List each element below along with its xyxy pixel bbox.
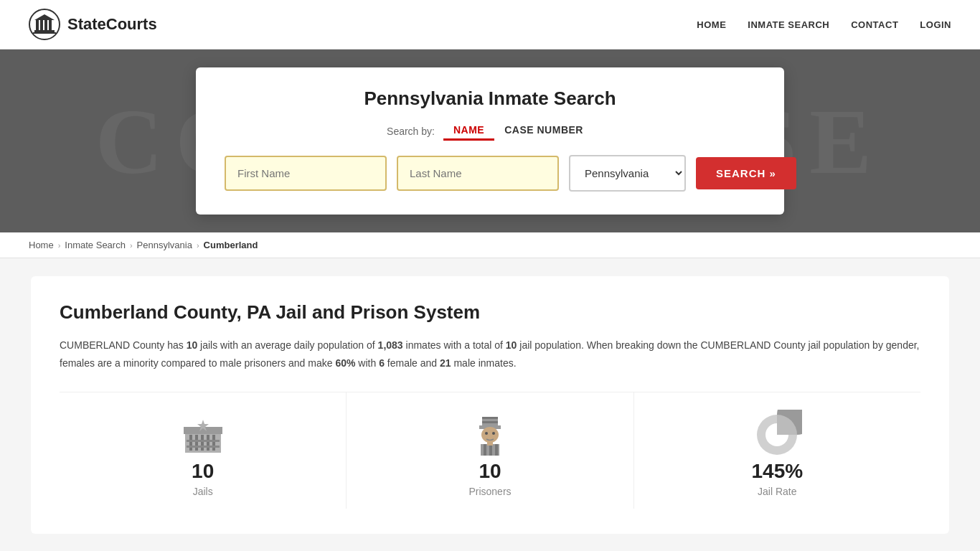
breadcrumb: Home › Inmate Search › Pennsylvania › Cu… xyxy=(0,232,980,258)
nav-home[interactable]: HOME xyxy=(697,19,726,30)
search-card-title: Pennsylvania Inmate Search xyxy=(225,88,755,110)
svg-rect-26 xyxy=(484,444,486,456)
jail-icon xyxy=(178,410,228,460)
svg-rect-11 xyxy=(189,435,192,451)
svg-rect-2 xyxy=(33,32,56,34)
logo-icon xyxy=(29,9,60,40)
breadcrumb-inmate-search[interactable]: Inmate Search xyxy=(65,240,126,250)
search-button[interactable]: SEARCH » xyxy=(696,157,796,189)
svg-rect-29 xyxy=(487,442,493,446)
state-select[interactable]: Pennsylvania AlabamaAlaskaArizona Arkans… xyxy=(569,155,686,192)
svg-point-23 xyxy=(485,432,488,435)
svg-rect-17 xyxy=(187,446,220,448)
content-title: Cumberland County, PA Jail and Prison Sy… xyxy=(60,301,920,324)
stats-row: 10 Jails xyxy=(60,392,920,509)
logo-area: StateCourts xyxy=(29,9,157,40)
breadcrumb-sep-1: › xyxy=(58,241,61,250)
stat-prisoners-label: Prisoners xyxy=(468,486,511,497)
stat-rate-label: Jail Rate xyxy=(758,486,796,497)
svg-rect-21 xyxy=(482,421,498,423)
stat-jails-value: 10 xyxy=(192,460,214,483)
stat-jail-rate: 145% Jail Rate xyxy=(634,392,920,509)
breadcrumb-sep-3: › xyxy=(197,241,199,250)
stat-prisoners-value: 10 xyxy=(479,460,501,483)
hero: COURTHOUSE Pennsylvania Inmate Search Se… xyxy=(0,50,980,232)
svg-rect-28 xyxy=(495,444,498,456)
breadcrumb-current: Cumberland xyxy=(204,240,258,250)
breadcrumb-sep-2: › xyxy=(130,241,133,250)
content-card: Cumberland County, PA Jail and Prison Sy… xyxy=(31,276,949,534)
svg-rect-4 xyxy=(40,20,43,30)
breadcrumb-home[interactable]: Home xyxy=(29,240,54,250)
search-fields: Pennsylvania AlabamaAlaskaArizona Arkans… xyxy=(225,155,755,192)
main-content: Cumberland County, PA Jail and Prison Sy… xyxy=(0,258,980,551)
nav-login[interactable]: LOGIN xyxy=(920,19,951,30)
stat-jails-label: Jails xyxy=(193,486,213,497)
svg-rect-3 xyxy=(36,20,39,30)
search-by-label: Search by: xyxy=(387,126,435,137)
svg-rect-1 xyxy=(34,30,55,32)
svg-point-24 xyxy=(492,432,495,435)
svg-rect-20 xyxy=(482,417,498,419)
breadcrumb-pennsylvania[interactable]: Pennsylvania xyxy=(137,240,192,250)
nav-inmate-search[interactable]: INMATE SEARCH xyxy=(748,19,829,30)
svg-marker-7 xyxy=(34,14,55,20)
stat-jails: 10 Jails xyxy=(60,392,347,509)
svg-rect-12 xyxy=(195,435,198,451)
last-name-input[interactable] xyxy=(397,156,559,191)
prisoner-icon xyxy=(465,410,515,460)
svg-rect-13 xyxy=(201,435,204,451)
logo-text[interactable]: StateCourts xyxy=(67,15,157,34)
svg-rect-16 xyxy=(187,440,220,442)
svg-rect-5 xyxy=(44,20,47,30)
rate-icon xyxy=(752,410,802,460)
first-name-input[interactable] xyxy=(225,156,387,191)
svg-rect-15 xyxy=(212,435,215,451)
tab-name[interactable]: NAME xyxy=(443,121,494,141)
stat-prisoners: 10 Prisoners xyxy=(347,392,633,509)
content-description: CUMBERLAND County has 10 jails with an a… xyxy=(60,336,920,372)
stat-rate-value: 145% xyxy=(752,460,804,483)
svg-rect-27 xyxy=(489,444,492,456)
nav-links: HOME INMATE SEARCH CONTACT LOGIN xyxy=(697,19,951,30)
navbar: StateCourts HOME INMATE SEARCH CONTACT L… xyxy=(0,0,980,50)
search-card: Pennsylvania Inmate Search Search by: NA… xyxy=(196,67,784,215)
search-tabs-row: Search by: NAME CASE NUMBER xyxy=(225,121,755,141)
svg-rect-14 xyxy=(207,435,209,451)
svg-rect-6 xyxy=(49,20,52,30)
nav-contact[interactable]: CONTACT xyxy=(851,19,898,30)
tab-case-number[interactable]: CASE NUMBER xyxy=(494,121,593,141)
